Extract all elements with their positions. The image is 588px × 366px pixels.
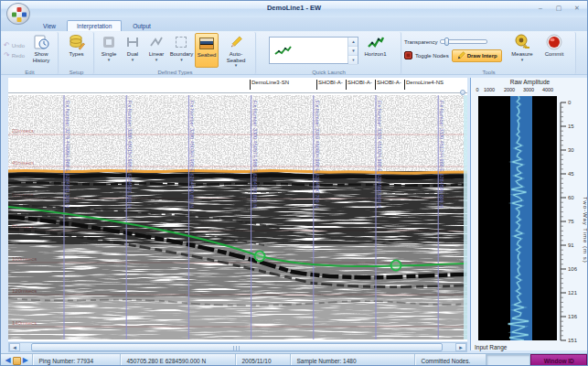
gallery-up-icon[interactable]: ▲: [348, 38, 358, 47]
amplitude-axis: 01000200030004000: [471, 87, 588, 94]
svg-text:Fix Number 3280 450154.988 E: Fix Number 3280 450154.988 E 6284591.100…: [127, 101, 133, 208]
linear-icon: [149, 34, 164, 50]
minimize-button[interactable]: –: [534, 4, 547, 13]
horizon1-icon: [366, 34, 384, 50]
toggle-nodes-button[interactable]: Toggle Nodes: [415, 53, 449, 59]
amplitude-tick: 0: [476, 87, 478, 92]
commit-icon: [546, 34, 562, 50]
interp-node[interactable]: [391, 261, 401, 271]
crossing-line-marker[interactable]: SHOBI-A-: [346, 80, 372, 90]
status-field: Committed Nodes.: [414, 354, 484, 366]
svg-text:75: 75: [568, 219, 574, 224]
ribbon-tab-bar: ViewInterpretationOutput: [1, 17, 587, 31]
scroll-left-icon[interactable]: ◄: [9, 343, 20, 351]
app-window: DemoLine1 - EW – ▢ ✕ ViewInterpretationO…: [0, 0, 588, 366]
application-menu-button[interactable]: [6, 3, 30, 25]
crossing-line-marker[interactable]: DemoLine4-NS: [404, 80, 444, 90]
ribbon-group-quick-launch: ▲ ▼ ▾ Horizon1 Quick Launch: [257, 32, 401, 74]
ping-navigation[interactable]: ◀ ▶: [1, 354, 32, 366]
crossing-line-marker[interactable]: SHOBI-A-: [316, 80, 343, 90]
svg-text:45: 45: [568, 171, 574, 177]
single-icon: [103, 34, 114, 50]
horizon-gallery-item[interactable]: [270, 38, 347, 63]
prev-ping-icon[interactable]: ◀: [5, 356, 11, 365]
pencil-icon: [456, 51, 465, 60]
toggle-nodes-icon: [404, 51, 412, 59]
interp-node[interactable]: [255, 252, 265, 262]
main-area: DemoLine3-SNSHOBI-A-SHOBI-A-SHOBI-A-Demo…: [1, 75, 587, 353]
close-button[interactable]: ✕: [571, 4, 583, 13]
svg-text:Fix Number 3320 451024.988 E: Fix Number 3320 451024.988 E 6284590.000…: [377, 101, 382, 208]
crossing-line-marker[interactable]: SHOBI-A-: [375, 80, 401, 90]
next-ping-icon[interactable]: ▶: [23, 356, 28, 365]
svg-text:Fix Number 3270 449994.988 E: Fix Number 3270 449994.988 E 6284591.300…: [65, 101, 70, 208]
ribbon-button-seabed[interactable]: Seabed: [195, 33, 219, 68]
measure-button[interactable]: Measure ▾: [506, 33, 539, 68]
boundary-icon: [176, 34, 187, 50]
redo-button[interactable]: ↷ Redo: [4, 52, 25, 59]
amplitude-tick: 2000: [504, 87, 515, 92]
svg-text:Fix Number 3310 450804.988 E: Fix Number 3310 450804.988 E 6284590.700…: [315, 101, 320, 208]
ribbon-button-dual[interactable]: Dual▾: [121, 33, 144, 68]
input-range-label: Input Range: [475, 344, 507, 350]
horizontal-scrollbar[interactable]: ◄ ►: [8, 342, 467, 352]
ping-grid-icon[interactable]: [13, 357, 21, 365]
crossing-lines-header: DemoLine3-SNSHOBI-A-SHOBI-A-SHOBI-A-Demo…: [8, 78, 467, 92]
boundary-dropdown-icon[interactable]: ▾: [180, 58, 183, 61]
scrollbar-thumb[interactable]: [31, 343, 443, 351]
transparency-slider[interactable]: [440, 39, 487, 44]
types-button[interactable]: Types: [65, 33, 89, 68]
gallery-more-icon[interactable]: ▾: [348, 56, 358, 65]
auto-seabed-dropdown-icon[interactable]: ▾: [235, 63, 238, 67]
tab-interpretation[interactable]: Interpretation: [67, 20, 122, 31]
svg-text:Fix Number 3290 450364.988 E: Fix Number 3290 450364.988 E 6284590.800…: [189, 101, 195, 208]
transparency-slider-thumb[interactable]: [444, 38, 449, 46]
time-axis-label: Two-Way Time (m s): [583, 197, 588, 264]
maximize-button[interactable]: ▢: [552, 4, 565, 13]
ribbon-group-tools: Transparency Toggle Nodes Draw Interp: [402, 32, 576, 74]
single-dropdown-icon[interactable]: ▾: [108, 58, 111, 61]
amplitude-title: Raw Amplitude: [471, 79, 588, 85]
marker-label: SHOBI-A-: [318, 80, 343, 86]
commit-button[interactable]: Commit: [539, 33, 570, 68]
tab-view[interactable]: View: [34, 21, 65, 31]
status-field: 450705.280 E 6284590.000 N: [120, 354, 235, 366]
horizon1-button[interactable]: Horizon1: [362, 33, 388, 68]
show-history-button[interactable]: Show History: [27, 33, 56, 68]
seismic-profile-panel: DemoLine3-SNSHOBI-A-SHOBI-A-SHOBI-A-Demo…: [8, 78, 467, 341]
amplitude-tick: 3000: [523, 87, 534, 92]
dual-icon: [125, 34, 140, 50]
svg-text:60: 60: [568, 195, 574, 200]
tab-output[interactable]: Output: [123, 21, 160, 31]
dual-dropdown-icon[interactable]: ▾: [132, 58, 134, 61]
svg-text:15: 15: [568, 124, 574, 129]
svg-text:Fix Number 3330 451244.988 E: Fix Number 3330 451244.988 E 6284590.000…: [439, 101, 444, 208]
gallery-scroll[interactable]: ▲ ▼ ▾: [347, 38, 358, 63]
status-empty-field: [486, 354, 530, 366]
draw-interp-button[interactable]: Draw Interp: [452, 49, 502, 62]
ribbon-button-boundary[interactable]: Boundary▾: [168, 33, 195, 68]
scroll-right-icon[interactable]: ►: [455, 343, 466, 351]
svg-text:121: 121: [568, 290, 578, 296]
ribbon-button-single[interactable]: Single▾: [97, 33, 121, 68]
horizon-gallery[interactable]: ▲ ▼ ▾: [269, 37, 358, 64]
vertical-scroll-strip[interactable]: [464, 95, 467, 339]
horizon-squiggle-icon: [273, 43, 292, 58]
gallery-down-icon[interactable]: ▼: [348, 47, 358, 56]
crossing-line-marker[interactable]: DemoLine3-SN: [250, 80, 289, 90]
undo-button[interactable]: ↶ Undo: [4, 42, 25, 49]
marker-tick: [375, 80, 376, 90]
ribbon-button-linear[interactable]: Linear▾: [144, 33, 168, 68]
linear-dropdown-icon[interactable]: ▾: [155, 58, 158, 61]
amplitude-trace-box[interactable]: [478, 96, 557, 340]
redo-icon: ↷: [4, 52, 10, 59]
seabed-icon: [199, 35, 214, 51]
window-id-button[interactable]: Window ID: [530, 354, 587, 366]
marker-tick: [404, 80, 405, 90]
seismic-plot[interactable]: 20msecs40msecs60msecs80msecs100msecs120m…: [8, 95, 467, 339]
amplitude-tick: 4000: [542, 87, 553, 92]
measure-dropdown-icon[interactable]: ▾: [521, 58, 524, 61]
ribbon-button-auto-seabed[interactable]: Auto-Seabed▾: [219, 33, 253, 68]
marker-tick: [316, 80, 317, 90]
marker-tick: [346, 80, 347, 90]
